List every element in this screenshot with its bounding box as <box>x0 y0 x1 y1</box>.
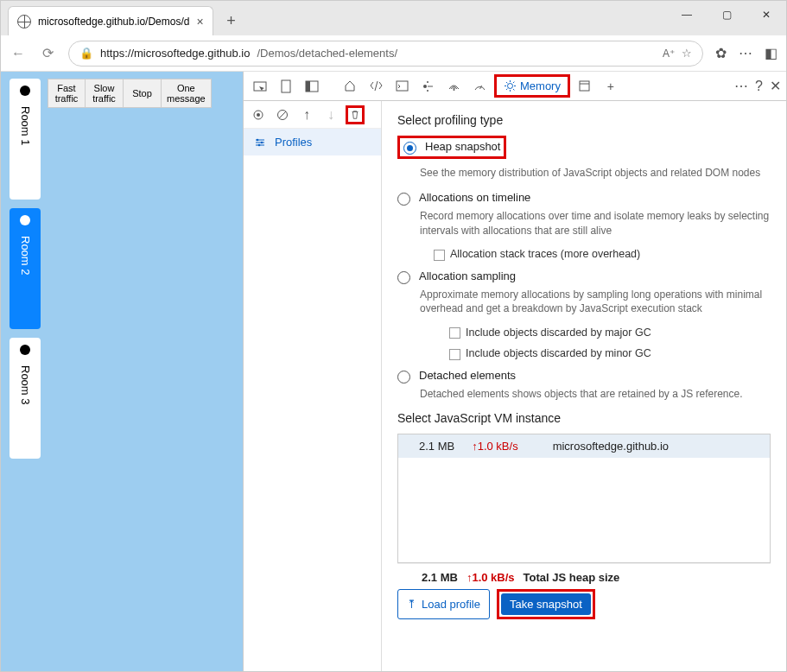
memory-tab[interactable]: Memory <box>494 74 570 98</box>
svg-point-16 <box>257 138 259 141</box>
network-tab-icon[interactable] <box>442 75 465 98</box>
status-dot-icon <box>20 86 30 96</box>
trash-icon[interactable] <box>346 105 365 124</box>
one-message-button[interactable]: Onemessage <box>162 79 212 108</box>
device-icon[interactable] <box>275 75 297 98</box>
url-input[interactable]: 🔒 https://microsoftedge.github.io/Demos/… <box>68 41 703 67</box>
demo-page: Room 1 Room 2 Room 3 Fasttraffic Slowtra… <box>1 72 243 671</box>
gear-icon <box>504 79 517 92</box>
export-icon[interactable]: ↑ <box>297 105 316 124</box>
collections-icon[interactable]: ◧ <box>765 45 777 61</box>
performance-tab-icon[interactable] <box>468 75 491 98</box>
lock-icon: 🔒 <box>79 47 93 60</box>
heap-size: 2.1 MB <box>422 571 458 584</box>
heap-snapshot-label: Heap snapshot <box>425 140 500 153</box>
devtools-more-icon[interactable]: ⋯ <box>734 78 748 94</box>
room-3[interactable]: Room 3 <box>10 338 41 459</box>
tab-close-icon[interactable]: × <box>196 15 203 29</box>
clear-icon[interactable] <box>273 105 292 124</box>
detached-label: Detached elements <box>419 369 516 382</box>
heap-rate: ↑1.0 kB/s <box>466 571 515 584</box>
memory-main: Select profiling type Heap snapshot See … <box>382 101 786 671</box>
application-tab-icon[interactable] <box>574 75 596 98</box>
globe-icon <box>17 15 31 29</box>
radio-icon <box>397 193 410 206</box>
room-label: Room 1 <box>19 106 32 146</box>
more-tabs-icon[interactable]: + <box>600 75 622 98</box>
vm-instance-row[interactable]: 2.1 MB ↑1.0 kB/s microsoftedge.github.io <box>398 434 770 458</box>
svg-rect-3 <box>306 81 310 92</box>
maximize-button[interactable]: ▢ <box>707 1 746 29</box>
upload-icon: ⤒ <box>407 598 416 611</box>
content-area: Room 1 Room 2 Room 3 Fasttraffic Slowtra… <box>1 72 786 671</box>
close-window-button[interactable]: ✕ <box>746 1 786 29</box>
sources-tab-icon[interactable] <box>416 75 439 98</box>
major-gc-checkbox[interactable]: Include objects discarded by major GC <box>449 326 771 339</box>
radio-icon <box>397 271 410 284</box>
room-1[interactable]: Room 1 <box>10 79 41 200</box>
status-dot-icon <box>20 345 30 355</box>
address-bar: ← ⟳ 🔒 https://microsoftedge.github.io/De… <box>1 35 786 72</box>
extensions-icon[interactable]: ✿ <box>715 45 727 61</box>
svg-point-13 <box>257 113 260 117</box>
import-icon[interactable]: ↓ <box>321 105 340 124</box>
devtools-help-icon[interactable]: ? <box>755 79 763 94</box>
detached-desc: Detached elements shows objects that are… <box>420 387 771 402</box>
option-alloc-timeline[interactable]: Allocations on timeline <box>397 191 771 206</box>
browser-window: microsoftedge.github.io/Demos/d × + — ▢ … <box>0 0 787 672</box>
record-icon[interactable] <box>249 105 268 124</box>
take-snapshot-button[interactable]: Take snapshot <box>501 593 591 615</box>
svg-point-8 <box>453 89 454 91</box>
checkbox-icon <box>434 250 445 261</box>
memory-toolbar: ↑ ↓ <box>244 101 381 129</box>
load-profile-label: Load profile <box>422 598 480 611</box>
devtools-panel: Memory + ⋯ ? ✕ ↑ ↓ <box>243 72 786 671</box>
option-detached-elements[interactable]: Detached elements <box>397 369 771 384</box>
dock-icon[interactable] <box>301 75 323 98</box>
reader-icon[interactable]: A⁺ <box>663 48 675 60</box>
inspect-icon[interactable] <box>249 75 271 98</box>
load-profile-button[interactable]: ⤒ Load profile <box>397 589 490 619</box>
svg-point-9 <box>508 84 513 89</box>
more-icon[interactable]: ⋯ <box>739 45 752 61</box>
svg-rect-0 <box>254 82 266 91</box>
vm-instance-list[interactable]: 2.1 MB ↑1.0 kB/s microsoftedge.github.io <box>397 434 771 563</box>
heap-snapshot-desc: See the memory distribution of JavaScrip… <box>420 166 771 181</box>
vm-rate: ↑1.0 kB/s <box>472 440 517 453</box>
vm-host: microsoftedge.github.io <box>553 440 669 453</box>
vm-size: 2.1 MB <box>419 440 454 453</box>
checkbox-icon <box>449 349 460 360</box>
titlebar: microsoftedge.github.io/Demos/d × + — ▢ … <box>1 1 786 35</box>
devtools-sidebar: ↑ ↓ Profiles <box>244 101 382 671</box>
room-label: Room 3 <box>19 365 32 405</box>
alloc-timeline-label: Allocations on timeline <box>419 191 530 204</box>
sidebar-item-profiles[interactable]: Profiles <box>244 129 381 155</box>
option-alloc-sampling[interactable]: Allocation sampling <box>397 269 771 284</box>
option-heap-snapshot[interactable]: Heap snapshot <box>397 136 506 159</box>
devtools-close-icon[interactable]: ✕ <box>770 78 781 94</box>
favorite-icon[interactable]: ☆ <box>682 47 692 60</box>
fast-traffic-button[interactable]: Fasttraffic <box>48 79 86 108</box>
refresh-icon[interactable]: ⟳ <box>39 45 56 61</box>
back-icon[interactable]: ← <box>10 46 27 61</box>
radio-icon <box>397 371 410 384</box>
memory-footer: 2.1 MB ↑1.0 kB/s Total JS heap size ⤒ Lo… <box>397 563 771 623</box>
minor-gc-checkbox[interactable]: Include objects discarded by minor GC <box>449 347 771 359</box>
take-snapshot-highlight: Take snapshot <box>497 589 595 619</box>
heap-label: Total JS heap size <box>524 571 620 584</box>
svg-point-6 <box>427 81 428 83</box>
browser-tab[interactable]: microsoftedge.github.io/Demos/d × <box>8 6 213 35</box>
welcome-tab-icon[interactable] <box>339 75 361 98</box>
slow-traffic-button[interactable]: Slowtraffic <box>86 79 124 108</box>
room-2[interactable]: Room 2 <box>10 208 41 329</box>
minimize-button[interactable]: — <box>667 1 707 29</box>
alloc-stack-traces-checkbox[interactable]: Allocation stack traces (more overhead) <box>434 248 771 260</box>
svg-rect-4 <box>397 81 408 91</box>
svg-point-5 <box>423 85 427 88</box>
new-tab-button[interactable]: + <box>219 8 244 34</box>
alloc-sampling-desc: Approximate memory allocations by sampli… <box>420 288 771 317</box>
stop-button[interactable]: Stop <box>124 79 162 108</box>
console-tab-icon[interactable] <box>390 75 413 98</box>
vm-instance-heading: Select JavaScript VM instance <box>397 411 771 425</box>
elements-tab-icon[interactable] <box>365 75 387 98</box>
